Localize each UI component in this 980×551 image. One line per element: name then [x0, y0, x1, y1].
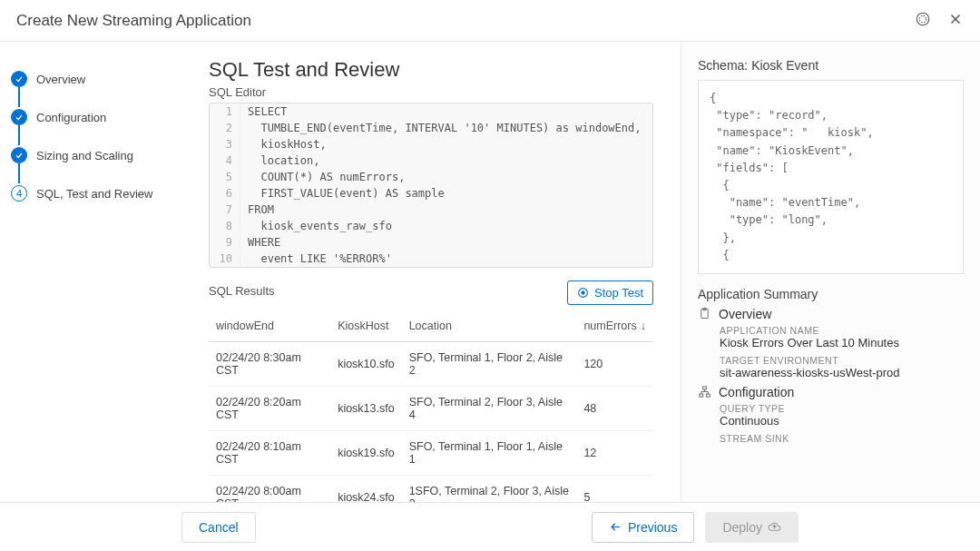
sql-line: 2 TUMBLE_END(eventTime, INTERVAL '10' MI…: [210, 120, 652, 136]
table-row[interactable]: 02/24/20 8:00am CSTkiosk24.sfo1SFO, Term…: [209, 476, 653, 503]
query-type-key: QUERY TYPE: [720, 403, 964, 414]
stop-test-button[interactable]: Stop Test: [567, 280, 653, 305]
schema-json-box[interactable]: { "type": "record", "namespace": " kiosk…: [698, 80, 964, 274]
target-env-val: sit-awareness-kiosks-usWest-prod: [720, 366, 964, 379]
app-summary-title: Application Summary: [698, 287, 964, 301]
table-cell: 5: [576, 476, 653, 503]
help-icon[interactable]: [915, 11, 931, 30]
table-cell: SFO, Terminal 2, Floor 3, Aisle 4: [402, 387, 577, 431]
target-env-key: TARGET ENVIRONMENT: [720, 355, 964, 366]
svg-point-1: [919, 15, 926, 23]
step-overview[interactable]: Overview: [11, 60, 171, 98]
deploy-button: Deploy: [705, 512, 799, 543]
svg-point-5: [581, 290, 584, 294]
table-cell: kiosk10.sfo: [330, 342, 402, 387]
modal-title: Create New Streaming Application: [16, 12, 251, 30]
svg-rect-8: [703, 387, 707, 389]
sql-editor-label: SQL Editor: [209, 85, 653, 99]
wizard-footer: Cancel Previous Deploy: [0, 502, 980, 551]
wizard-stepper: Overview Configuration Sizing and Scalin…: [0, 42, 181, 502]
step-label: Configuration: [36, 111, 106, 124]
sort-desc-icon: ↓: [641, 320, 646, 332]
clipboard-icon: [698, 307, 711, 320]
sql-results-label: SQL Results: [209, 284, 275, 298]
sql-line: 8 kiosk_events_raw_sfo: [210, 218, 652, 234]
table-cell: 1SFO, Terminal 2, Floor 3, Aisle 2: [402, 476, 577, 503]
table-cell: SFO, Terminal 1, Floor 2, Aisle 2: [402, 342, 577, 387]
app-name-val: Kiosk Errors Over Last 10 Minutes: [720, 336, 964, 349]
query-type-val: Continuous: [720, 414, 964, 428]
table-cell: kiosk24.sfo: [330, 476, 402, 503]
arrow-left-icon: [609, 520, 622, 534]
column-header[interactable]: Location: [402, 310, 577, 342]
step-sizing[interactable]: Sizing and Scaling: [11, 136, 171, 174]
table-cell: 02/24/20 8:10am CST: [209, 431, 330, 476]
app-name-key: APPLICATION NAME: [720, 325, 964, 336]
sql-line: 6 FIRST_VALUE(event) AS sample: [210, 185, 652, 202]
stream-sink-key: STREAM SINK: [720, 433, 964, 444]
step-sql-test-review[interactable]: 4 SQL, Test and Review: [11, 174, 171, 212]
column-header[interactable]: KioskHost: [330, 310, 402, 342]
table-cell: 02/24/20 8:30am CST: [209, 342, 330, 387]
svg-rect-9: [700, 394, 703, 397]
sql-line: 7FROM: [210, 202, 652, 218]
sql-editor[interactable]: 1SELECT2 TUMBLE_END(eventTime, INTERVAL …: [209, 103, 653, 268]
sql-line: 5 COUNT(*) AS numErrors,: [210, 169, 652, 185]
summary-configuration-header[interactable]: Configuration: [698, 385, 964, 399]
column-header[interactable]: windowEnd: [209, 310, 330, 342]
schema-title: Schema: Kiosk Event: [698, 58, 964, 73]
step-label: Overview: [36, 73, 85, 86]
sql-line: 4 location,: [210, 153, 652, 169]
svg-rect-10: [706, 394, 710, 397]
sql-line: 10 event LIKE '%ERROR%': [210, 251, 652, 267]
close-icon[interactable]: [947, 11, 964, 30]
column-header[interactable]: numErrors↓: [576, 310, 653, 342]
table-cell: 120: [576, 342, 653, 387]
previous-button[interactable]: Previous: [592, 512, 694, 543]
cloud-upload-icon: [768, 520, 781, 534]
table-cell: SFO, Terminal 1, Floor 1, Aisle 1: [402, 431, 577, 476]
table-cell: kiosk19.sfo: [330, 431, 402, 476]
page-title: SQL Test and Review: [209, 58, 653, 82]
stop-icon: [577, 287, 589, 299]
step-label: SQL, Test and Review: [36, 187, 152, 201]
results-table: windowEndKioskHostLocationnumErrors↓ 02/…: [209, 310, 653, 502]
table-cell: 48: [576, 387, 653, 431]
summary-overview-header[interactable]: Overview: [698, 307, 964, 321]
table-row[interactable]: 02/24/20 8:20am CSTkiosk13.sfoSFO, Termi…: [209, 387, 653, 431]
table-cell: 02/24/20 8:20am CST: [209, 387, 330, 431]
table-cell: kiosk13.sfo: [330, 387, 402, 431]
step-label: Sizing and Scaling: [36, 149, 133, 162]
table-cell: 02/24/20 8:00am CST: [209, 476, 330, 503]
sql-line: 3 kioskHost,: [210, 136, 652, 153]
sql-line: 1SELECT: [210, 103, 652, 120]
main-content: SQL Test and Review SQL Editor 1SELECT2 …: [181, 42, 681, 502]
sql-line: 9WHERE: [210, 234, 652, 251]
modal-header: Create New Streaming Application: [0, 0, 980, 42]
cancel-button[interactable]: Cancel: [181, 512, 256, 543]
table-row[interactable]: 02/24/20 8:10am CSTkiosk19.sfoSFO, Termi…: [209, 431, 653, 476]
step-configuration[interactable]: Configuration: [11, 98, 171, 136]
table-row[interactable]: 02/24/20 8:30am CSTkiosk10.sfoSFO, Termi…: [209, 342, 653, 387]
sitemap-icon: [698, 385, 711, 398]
table-cell: 12: [576, 431, 653, 476]
svg-point-0: [916, 13, 929, 25]
side-panel: Schema: Kiosk Event { "type": "record", …: [681, 42, 980, 502]
